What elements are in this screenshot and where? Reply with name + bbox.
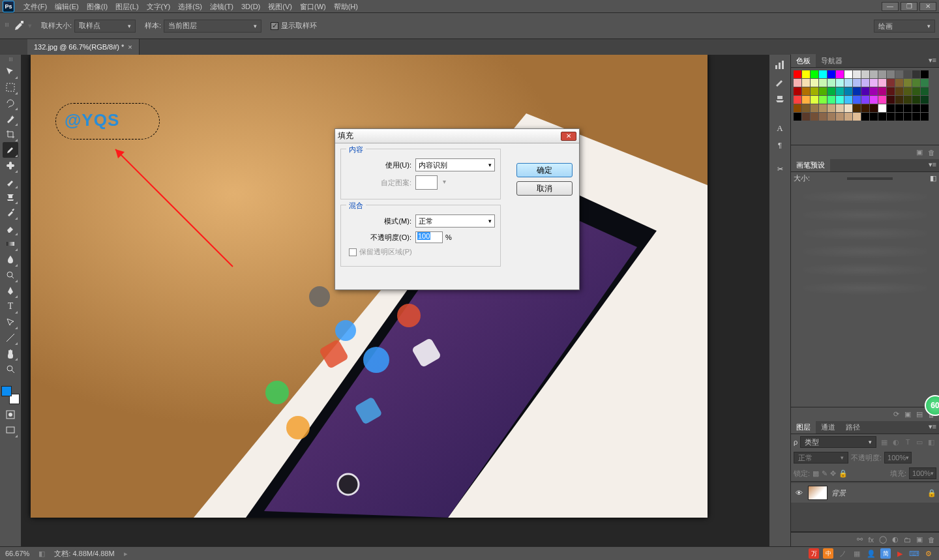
adjustment-layer-icon[interactable]: ◐ [892,535,899,544]
swatch[interactable] [904,113,912,121]
swatch[interactable] [836,79,844,87]
swatch[interactable] [827,87,835,95]
layer-list[interactable]: 👁 背景 🔒 [791,481,939,532]
swatch[interactable] [912,79,920,87]
dock-paragraph-icon[interactable]: ¶ [771,138,788,153]
swatch[interactable] [802,113,810,121]
swatch[interactable] [878,70,886,78]
tray-icon-7[interactable]: ▶ [895,548,905,559]
swatch[interactable] [819,96,827,104]
filter-adjust-icon[interactable]: ◐ [891,437,901,447]
swatch[interactable] [904,79,912,87]
swatch[interactable] [827,79,835,87]
swatch-grid[interactable] [794,70,936,121]
brush-presets-tab[interactable]: 画笔预设 [791,158,830,171]
tray-icon-8[interactable]: ⌨ [909,548,919,559]
dialog-cancel-button[interactable]: 取消 [516,181,573,196]
swatch[interactable] [878,87,886,95]
lasso-tool[interactable] [3,95,18,111]
swatch[interactable] [921,96,929,104]
swatch[interactable] [853,79,861,87]
swatch[interactable] [861,96,869,104]
swatch[interactable] [853,113,861,121]
lock-paint-icon[interactable]: ✎ [822,469,827,478]
swatch[interactable] [844,70,852,78]
clone-stamp-tool[interactable] [3,189,18,205]
menu-layer[interactable]: 图层(L) [112,0,142,13]
swatch[interactable] [827,70,835,78]
swatch[interactable] [853,87,861,95]
swatch[interactable] [870,96,878,104]
layer-group-icon[interactable]: 🗀 [904,536,911,544]
dock-brush-icon[interactable] [771,74,788,89]
menu-select[interactable]: 选择(S) [174,0,206,13]
brush-preset-list[interactable] [791,187,939,304]
swatch[interactable] [819,104,827,112]
swatch[interactable] [811,79,818,87]
swatch[interactable] [802,104,810,112]
current-tool-icon[interactable] [12,20,25,33]
swatch[interactable] [861,87,869,95]
swatch[interactable] [794,96,801,104]
swatch[interactable] [794,104,801,112]
layer-fill-input[interactable]: 100%▾ [909,467,936,479]
dialog-close-button[interactable]: ✕ [561,132,576,141]
delete-layer-icon[interactable]: 🗑 [928,536,935,544]
swatch[interactable] [921,104,929,112]
swatch[interactable] [811,87,818,95]
dialog-ok-button[interactable]: 确定 [516,163,573,177]
swatch[interactable] [861,104,869,112]
swatch[interactable] [802,79,810,87]
paths-tab[interactable]: 路径 [841,420,865,434]
layer-filter-kind[interactable]: 类型▾ [800,436,876,448]
brush-tool[interactable] [3,173,18,189]
quick-mask-toggle[interactable] [3,407,18,422]
eraser-tool[interactable] [3,220,18,236]
swatch[interactable] [870,113,878,121]
dock-character-icon[interactable]: A [771,121,788,136]
swatch[interactable] [836,70,844,78]
swatch[interactable] [811,113,818,121]
dialog-titlebar[interactable]: 填充 ✕ [335,129,579,143]
swatch[interactable] [794,113,801,121]
fill-dialog[interactable]: 填充 ✕ 确定 取消 内容 使用(U): 内容识别▾ 自定图案: 混合 模式(M… [335,128,580,290]
new-swatch-icon[interactable]: ▣ [916,148,923,156]
swatch[interactable] [887,96,895,104]
tray-icon-5[interactable]: 👤 [866,548,876,559]
swatch[interactable] [870,70,878,78]
layer-mask-icon[interactable]: ◯ [879,535,887,544]
link-layers-icon[interactable]: ⚯ [857,535,863,544]
swatch[interactable] [878,104,886,112]
document-info[interactable]: 文档: 4.88M/4.88M [54,549,114,559]
pen-tool[interactable] [3,283,18,299]
history-brush-tool[interactable] [3,205,18,220]
swatches-panel-menu[interactable]: ▾≡ [929,56,936,65]
swatch[interactable] [819,87,827,95]
swatch[interactable] [878,113,886,121]
swatch[interactable] [878,79,886,87]
use-select[interactable]: 内容识别▾ [415,158,495,171]
window-minimize[interactable]: — [882,2,899,11]
swatch[interactable] [802,96,810,104]
swatch[interactable] [827,113,835,121]
type-tool[interactable]: T [3,299,18,314]
swatch[interactable] [811,70,818,78]
swatch[interactable] [802,70,810,78]
layers-tab[interactable]: 图层 [791,420,816,434]
navigator-tab[interactable]: 导航器 [816,54,848,67]
swatch[interactable] [836,104,844,112]
swatch[interactable] [844,96,852,104]
swatch[interactable] [870,104,878,112]
swatch[interactable] [904,96,912,104]
dock-scissors-icon[interactable]: ✂ [771,162,788,176]
layer-item-background[interactable]: 👁 背景 🔒 [791,483,939,503]
layer-name[interactable]: 背景 [831,488,846,498]
workspace-switcher[interactable]: 绘画▾ [874,20,935,33]
menu-help[interactable]: 帮助(H) [330,0,362,13]
lock-move-icon[interactable]: ✥ [830,469,836,478]
swatch[interactable] [895,96,903,104]
swatch[interactable] [921,113,929,121]
swatch[interactable] [887,113,895,121]
menu-image[interactable]: 图像(I) [83,0,112,13]
menu-type[interactable]: 文字(Y) [143,0,175,13]
